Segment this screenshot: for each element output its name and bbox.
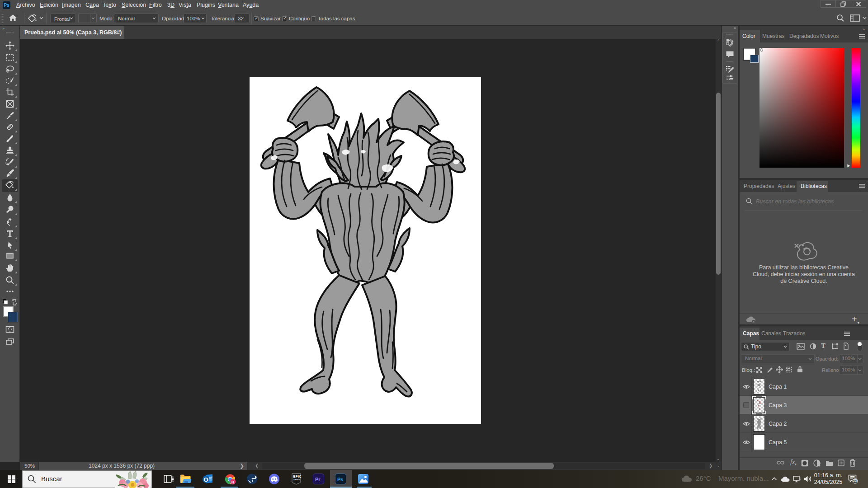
svg-text:O: O: [203, 476, 208, 483]
svg-text:H: H: [231, 480, 234, 484]
svg-text:Pr: Pr: [315, 477, 321, 482]
svg-text:Ps: Ps: [337, 477, 343, 482]
svg-text:11: 11: [853, 479, 857, 483]
svg-text:GAMES: GAMES: [293, 479, 300, 481]
svg-text:▾: ▾: [819, 464, 821, 467]
svg-text:EPIC: EPIC: [293, 474, 302, 479]
